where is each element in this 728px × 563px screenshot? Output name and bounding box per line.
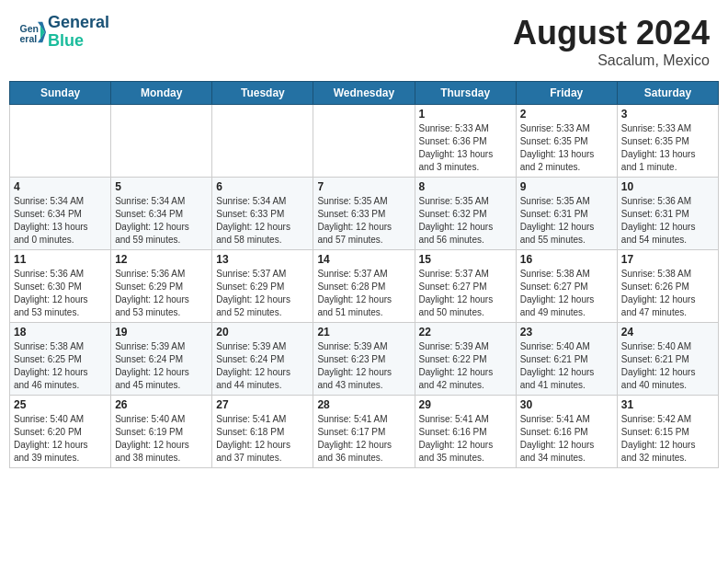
day-info: Sunrise: 5:41 AM Sunset: 6:16 PM Dayligh… bbox=[520, 414, 595, 463]
calendar-day-cell: 14Sunrise: 5:37 AM Sunset: 6:28 PM Dayli… bbox=[313, 250, 415, 323]
day-number: 5 bbox=[115, 180, 208, 193]
calendar-day-cell: 18Sunrise: 5:38 AM Sunset: 6:25 PM Dayli… bbox=[10, 323, 111, 396]
calendar-day-cell: 25Sunrise: 5:40 AM Sunset: 6:20 PM Dayli… bbox=[10, 396, 111, 468]
calendar-day-cell bbox=[111, 105, 212, 178]
logo-text-line1: General bbox=[48, 14, 109, 32]
day-info: Sunrise: 5:40 AM Sunset: 6:21 PM Dayligh… bbox=[621, 341, 696, 390]
day-info: Sunrise: 5:37 AM Sunset: 6:29 PM Dayligh… bbox=[216, 269, 290, 317]
calendar-day-cell: 31Sunrise: 5:42 AM Sunset: 6:15 PM Dayli… bbox=[617, 396, 718, 468]
day-info: Sunrise: 5:40 AM Sunset: 6:20 PM Dayligh… bbox=[14, 414, 88, 463]
calendar-day-cell: 6Sunrise: 5:34 AM Sunset: 6:33 PM Daylig… bbox=[212, 178, 313, 250]
calendar-day-cell: 5Sunrise: 5:34 AM Sunset: 6:34 PM Daylig… bbox=[111, 178, 212, 250]
day-number: 10 bbox=[621, 180, 714, 193]
page-header: Gen eral General Blue August 2024 Sacalu… bbox=[9, 9, 719, 74]
calendar-day-cell: 21Sunrise: 5:39 AM Sunset: 6:23 PM Dayli… bbox=[313, 323, 415, 396]
day-info: Sunrise: 5:42 AM Sunset: 6:15 PM Dayligh… bbox=[621, 414, 696, 463]
day-info: Sunrise: 5:33 AM Sunset: 6:35 PM Dayligh… bbox=[520, 123, 595, 172]
calendar-day-cell: 7Sunrise: 5:35 AM Sunset: 6:33 PM Daylig… bbox=[313, 178, 415, 250]
day-number: 28 bbox=[317, 398, 410, 411]
logo: Gen eral General Blue bbox=[18, 14, 109, 51]
day-info: Sunrise: 5:39 AM Sunset: 6:24 PM Dayligh… bbox=[115, 341, 189, 390]
day-of-week-header: Wednesday bbox=[313, 82, 415, 105]
day-number: 29 bbox=[419, 398, 512, 411]
day-info: Sunrise: 5:35 AM Sunset: 6:31 PM Dayligh… bbox=[520, 196, 595, 245]
calendar-week-row: 1Sunrise: 5:33 AM Sunset: 6:36 PM Daylig… bbox=[10, 105, 719, 178]
day-info: Sunrise: 5:34 AM Sunset: 6:34 PM Dayligh… bbox=[14, 196, 88, 245]
day-info: Sunrise: 5:36 AM Sunset: 6:31 PM Dayligh… bbox=[621, 196, 696, 245]
calendar-day-cell: 24Sunrise: 5:40 AM Sunset: 6:21 PM Dayli… bbox=[617, 323, 718, 396]
calendar-day-cell: 26Sunrise: 5:40 AM Sunset: 6:19 PM Dayli… bbox=[111, 396, 212, 468]
svg-text:eral: eral bbox=[20, 32, 38, 43]
title-block: August 2024 Sacalum, Mexico bbox=[513, 14, 710, 69]
day-info: Sunrise: 5:39 AM Sunset: 6:23 PM Dayligh… bbox=[317, 341, 392, 390]
calendar-day-cell: 1Sunrise: 5:33 AM Sunset: 6:36 PM Daylig… bbox=[415, 105, 516, 178]
day-info: Sunrise: 5:37 AM Sunset: 6:27 PM Dayligh… bbox=[419, 269, 494, 317]
calendar-day-cell: 8Sunrise: 5:35 AM Sunset: 6:32 PM Daylig… bbox=[415, 178, 516, 250]
day-number: 2 bbox=[520, 108, 613, 121]
calendar-day-cell: 2Sunrise: 5:33 AM Sunset: 6:35 PM Daylig… bbox=[516, 105, 617, 178]
calendar-day-cell: 11Sunrise: 5:36 AM Sunset: 6:30 PM Dayli… bbox=[10, 250, 111, 323]
day-info: Sunrise: 5:41 AM Sunset: 6:18 PM Dayligh… bbox=[216, 414, 290, 463]
day-info: Sunrise: 5:38 AM Sunset: 6:25 PM Dayligh… bbox=[14, 341, 88, 390]
day-number: 1 bbox=[419, 108, 512, 121]
day-info: Sunrise: 5:40 AM Sunset: 6:21 PM Dayligh… bbox=[520, 341, 595, 390]
calendar-day-cell: 17Sunrise: 5:38 AM Sunset: 6:26 PM Dayli… bbox=[617, 250, 718, 323]
day-info: Sunrise: 5:41 AM Sunset: 6:17 PM Dayligh… bbox=[317, 414, 392, 463]
day-number: 18 bbox=[14, 326, 107, 339]
logo-text-line2: Blue bbox=[48, 32, 109, 51]
calendar-day-cell bbox=[313, 105, 415, 178]
day-info: Sunrise: 5:39 AM Sunset: 6:22 PM Dayligh… bbox=[419, 341, 494, 390]
day-info: Sunrise: 5:39 AM Sunset: 6:24 PM Dayligh… bbox=[216, 341, 290, 390]
day-number: 20 bbox=[216, 326, 309, 339]
day-info: Sunrise: 5:33 AM Sunset: 6:36 PM Dayligh… bbox=[419, 123, 494, 172]
day-info: Sunrise: 5:38 AM Sunset: 6:26 PM Dayligh… bbox=[621, 269, 696, 317]
day-info: Sunrise: 5:40 AM Sunset: 6:19 PM Dayligh… bbox=[115, 414, 189, 463]
calendar-week-row: 18Sunrise: 5:38 AM Sunset: 6:25 PM Dayli… bbox=[10, 323, 719, 396]
day-number: 4 bbox=[14, 180, 107, 193]
day-number: 13 bbox=[216, 253, 309, 266]
month-year: August 2024 bbox=[513, 14, 710, 52]
day-number: 3 bbox=[621, 108, 714, 121]
day-number: 11 bbox=[14, 253, 107, 266]
day-number: 14 bbox=[317, 253, 410, 266]
day-number: 8 bbox=[419, 180, 512, 193]
calendar-day-cell: 22Sunrise: 5:39 AM Sunset: 6:22 PM Dayli… bbox=[415, 323, 516, 396]
day-info: Sunrise: 5:35 AM Sunset: 6:33 PM Dayligh… bbox=[317, 196, 392, 245]
day-number: 9 bbox=[520, 180, 613, 193]
calendar-day-cell: 20Sunrise: 5:39 AM Sunset: 6:24 PM Dayli… bbox=[212, 323, 313, 396]
calendar-day-cell: 16Sunrise: 5:38 AM Sunset: 6:27 PM Dayli… bbox=[516, 250, 617, 323]
day-number: 31 bbox=[621, 398, 714, 411]
calendar-day-cell: 28Sunrise: 5:41 AM Sunset: 6:17 PM Dayli… bbox=[313, 396, 415, 468]
day-number: 26 bbox=[115, 398, 208, 411]
day-number: 12 bbox=[115, 253, 208, 266]
day-number: 27 bbox=[216, 398, 309, 411]
day-number: 22 bbox=[419, 326, 512, 339]
day-number: 15 bbox=[419, 253, 512, 266]
day-number: 7 bbox=[317, 180, 410, 193]
calendar-header-row: SundayMondayTuesdayWednesdayThursdayFrid… bbox=[10, 82, 719, 105]
day-of-week-header: Sunday bbox=[10, 82, 111, 105]
logo-icon: Gen eral bbox=[18, 18, 46, 46]
calendar-day-cell: 23Sunrise: 5:40 AM Sunset: 6:21 PM Dayli… bbox=[516, 323, 617, 396]
day-number: 21 bbox=[317, 326, 410, 339]
calendar-day-cell: 4Sunrise: 5:34 AM Sunset: 6:34 PM Daylig… bbox=[10, 178, 111, 250]
calendar-week-row: 11Sunrise: 5:36 AM Sunset: 6:30 PM Dayli… bbox=[10, 250, 719, 323]
calendar-day-cell bbox=[212, 105, 313, 178]
day-of-week-header: Tuesday bbox=[212, 82, 313, 105]
day-of-week-header: Saturday bbox=[617, 82, 718, 105]
day-info: Sunrise: 5:36 AM Sunset: 6:30 PM Dayligh… bbox=[14, 269, 88, 317]
calendar-day-cell: 10Sunrise: 5:36 AM Sunset: 6:31 PM Dayli… bbox=[617, 178, 718, 250]
calendar-day-cell bbox=[10, 105, 111, 178]
calendar-day-cell: 12Sunrise: 5:36 AM Sunset: 6:29 PM Dayli… bbox=[111, 250, 212, 323]
calendar-week-row: 25Sunrise: 5:40 AM Sunset: 6:20 PM Dayli… bbox=[10, 396, 719, 468]
day-info: Sunrise: 5:36 AM Sunset: 6:29 PM Dayligh… bbox=[115, 269, 189, 317]
calendar-day-cell: 19Sunrise: 5:39 AM Sunset: 6:24 PM Dayli… bbox=[111, 323, 212, 396]
calendar-day-cell: 27Sunrise: 5:41 AM Sunset: 6:18 PM Dayli… bbox=[212, 396, 313, 468]
calendar-day-cell: 30Sunrise: 5:41 AM Sunset: 6:16 PM Dayli… bbox=[516, 396, 617, 468]
calendar-table: SundayMondayTuesdayWednesdayThursdayFrid… bbox=[9, 81, 719, 468]
day-info: Sunrise: 5:37 AM Sunset: 6:28 PM Dayligh… bbox=[317, 269, 392, 317]
day-number: 25 bbox=[14, 398, 107, 411]
day-number: 23 bbox=[520, 326, 613, 339]
day-of-week-header: Monday bbox=[111, 82, 212, 105]
day-info: Sunrise: 5:33 AM Sunset: 6:35 PM Dayligh… bbox=[621, 123, 696, 172]
